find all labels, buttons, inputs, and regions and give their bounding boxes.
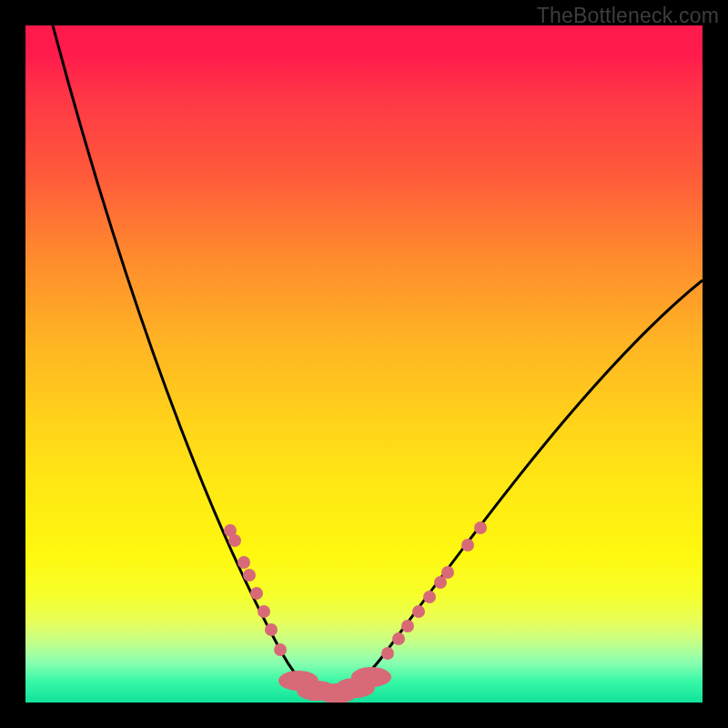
- data-point: [228, 534, 241, 547]
- data-point: [381, 647, 394, 660]
- data-point: [412, 605, 425, 618]
- watermark-text: TheBottleneck.com: [537, 4, 719, 28]
- data-point: [392, 632, 405, 645]
- data-point: [351, 667, 391, 687]
- data-point: [274, 643, 287, 656]
- data-markers: [224, 521, 487, 703]
- data-point: [238, 556, 250, 569]
- data-point: [243, 569, 256, 581]
- data-point: [401, 620, 414, 632]
- data-point: [474, 521, 487, 534]
- chart-frame: TheBottleneck.com: [0, 0, 728, 728]
- data-point: [441, 566, 454, 579]
- data-point: [265, 623, 278, 636]
- data-point: [423, 591, 436, 603]
- plot-area: [25, 25, 703, 703]
- data-point: [461, 539, 474, 551]
- data-point: [258, 605, 270, 618]
- chart-svg: [25, 25, 703, 703]
- bottleneck-curve: [53, 25, 703, 694]
- data-point: [250, 587, 263, 600]
